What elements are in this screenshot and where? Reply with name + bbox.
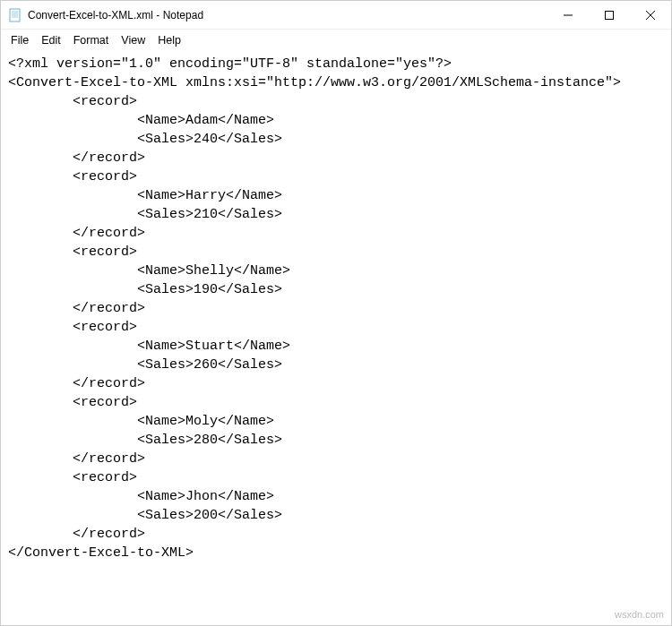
menu-view[interactable]: View — [115, 32, 151, 48]
close-button[interactable] — [630, 1, 671, 29]
menubar: File Edit Format View Help — [1, 31, 671, 49]
window-controls — [547, 1, 671, 29]
titlebar: Convert-Excel-to-XML.xml - Notepad — [1, 1, 671, 30]
watermark: wsxdn.com — [615, 609, 664, 620]
svg-rect-6 — [606, 11, 614, 19]
window-title: Convert-Excel-to-XML.xml - Notepad — [28, 9, 547, 21]
maximize-button[interactable] — [589, 1, 630, 29]
menu-help[interactable]: Help — [151, 32, 187, 48]
text-area[interactable]: <?xml version="1.0" encoding="UTF-8" sta… — [1, 53, 671, 564]
notepad-icon — [8, 8, 22, 22]
menu-file[interactable]: File — [4, 32, 35, 48]
menu-edit[interactable]: Edit — [35, 32, 67, 48]
menu-format[interactable]: Format — [67, 32, 116, 48]
minimize-button[interactable] — [547, 1, 589, 29]
